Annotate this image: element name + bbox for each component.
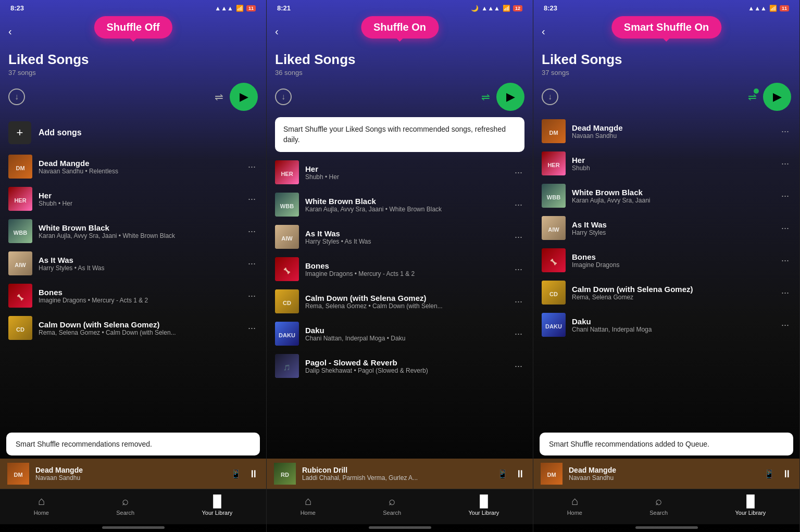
home-label: Home [34,510,49,516]
song-subtitle: Chani Nattan, Inderpal Moga [572,326,773,333]
search-label: Search [383,510,401,516]
song-item[interactable]: 🦴 Bones Imagine Dragons • Mercury - Acts… [0,280,266,312]
song-subtitle: Karan Aujla, Avvy Sra, Jaani [572,197,773,204]
shuffle-button[interactable]: ⇌ [215,91,223,103]
song-title: Pagol - Slowed & Reverb [305,358,506,367]
song-item[interactable]: 🦴 Bones Imagine Dragons ··· [533,244,799,276]
shuffle-button[interactable]: ⇌ [481,91,490,103]
nav-search[interactable]: ⌕ Search [383,495,401,516]
song-thumbnail: AIW [275,225,299,249]
download-button[interactable]: ↓ [542,88,558,105]
song-item[interactable]: WBB White Brown Black Karan Aujla, Avvy … [0,215,266,247]
svg-text:WBB: WBB [547,194,560,200]
add-songs-row[interactable]: + Add songs [0,115,266,150]
nav-library[interactable]: ▐▌ Your Library [468,495,499,516]
song-item[interactable]: HER Her Shubh ··· [533,147,799,180]
song-item[interactable]: CD Calm Down (with Selena Gomez) Rema, S… [533,276,799,309]
more-options-button[interactable]: ··· [512,199,524,210]
nav-home[interactable]: ⌂ Home [34,495,49,516]
more-options-button[interactable]: ··· [246,290,258,301]
now-playing-info: Dead Mangde Navaan Sandhu [35,466,224,482]
nav-library[interactable]: ▐▌ Your Library [735,495,766,516]
song-count: 36 songs [275,69,524,77]
more-options-button[interactable]: ··· [512,296,524,307]
more-options-button[interactable]: ··· [512,167,524,178]
pause-button[interactable]: ⏸ [515,468,526,480]
song-item[interactable]: WBB White Brown Black Karan Aujla, Avvy … [267,188,533,221]
more-options-button[interactable]: ··· [779,223,791,234]
song-title: Bones [572,252,773,261]
now-playing-bar[interactable]: DM Dead Mangde Navaan Sandhu 📱 ⏸ [0,459,266,489]
play-button[interactable]: ▶ [496,83,524,111]
home-icon: ⌂ [38,495,45,508]
song-item[interactable]: CD Calm Down (with Selena Gomez) Rema, S… [267,285,533,318]
song-subtitle: Shubh [572,164,773,172]
connect-icon[interactable]: 📱 [764,469,774,479]
nav-home[interactable]: ⌂ Home [567,495,582,516]
status-icons: 🌙 ▲▲▲ 📶 12 [471,5,522,12]
song-item[interactable]: DAKU Daku Chani Nattan, Inderpal Moga • … [267,318,533,350]
song-item[interactable]: HER Her Shubh • Her ··· [267,156,533,188]
song-subtitle: Imagine Dragons [572,261,773,269]
song-item[interactable]: CD Calm Down (with Selena Gomez) Rema, S… [0,312,266,344]
now-playing-thumbnail: DM [7,463,29,485]
song-item[interactable]: DM Dead Mangde Navaan Sandhu • Relentles… [0,150,266,183]
more-options-button[interactable]: ··· [779,158,791,169]
more-options-button[interactable]: ··· [246,323,258,334]
song-item[interactable]: 🎵 Pagol - Slowed & Reverb Dalip Shekhawa… [267,350,533,382]
song-item[interactable]: 🦴 Bones Imagine Dragons • Mercury - Acts… [267,253,533,285]
song-title: Dead Mangde [572,123,773,132]
more-options-button[interactable]: ··· [512,361,524,372]
song-info: Daku Chani Nattan, Inderpal Moga [572,317,773,333]
back-button[interactable]: ‹ [542,26,545,37]
svg-text:AIW: AIW [548,226,559,233]
back-button[interactable]: ‹ [8,26,12,37]
more-options-button[interactable]: ··· [246,226,258,237]
song-subtitle: Harry Styles • As It Was [305,238,506,245]
more-options-button[interactable]: ··· [779,255,791,266]
nav-search[interactable]: ⌕ Search [649,495,668,516]
song-item[interactable]: HER Her Shubh • Her ··· [0,183,266,215]
back-button[interactable]: ‹ [275,26,279,37]
song-item[interactable]: WBB White Brown Black Karan Aujla, Avvy … [533,180,799,212]
more-options-button[interactable]: ··· [779,320,791,331]
pause-button[interactable]: ⏸ [782,468,792,480]
nav-library[interactable]: ▐▌ Your Library [202,495,232,516]
nav-home[interactable]: ⌂ Home [301,495,316,516]
connect-icon[interactable]: 📱 [497,469,508,479]
more-options-button[interactable]: ··· [512,328,524,339]
song-item[interactable]: DM Dead Mangde Navaan Sandhu ··· [533,115,799,147]
svg-text:DM: DM [16,165,24,171]
song-item[interactable]: DAKU Daku Chani Nattan, Inderpal Moga ··… [533,309,799,341]
download-button[interactable]: ↓ [275,88,292,105]
svg-text:🎵: 🎵 [283,364,291,371]
more-options-button[interactable]: ··· [246,161,258,172]
song-item[interactable]: AIW As It Was Harry Styles • As It Was ·… [0,247,266,280]
library-label: Your Library [735,510,766,516]
more-options-button[interactable]: ··· [779,287,791,298]
svg-text:AIW: AIW [15,262,26,268]
pause-button[interactable]: ⏸ [248,468,259,480]
song-info: Bones Imagine Dragons • Mercury - Acts 1… [305,261,506,277]
song-item[interactable]: AIW As It Was Harry Styles • As It Was ·… [267,221,533,253]
more-options-button[interactable]: ··· [246,194,258,205]
more-options-button[interactable]: ··· [512,232,524,243]
now-playing-bar[interactable]: DM Dead Mangde Navaan Sandhu 📱 ⏸ [533,459,799,489]
download-button[interactable]: ↓ [8,88,25,105]
now-playing-bar[interactable]: RD Rubicon Drill Laddi Chahal, Parmish V… [267,459,533,489]
connect-icon[interactable]: 📱 [231,469,241,479]
play-button[interactable]: ▶ [763,83,791,111]
more-options-button[interactable]: ··· [512,264,524,275]
more-options-button[interactable]: ··· [779,191,791,201]
song-info: Calm Down (with Selena Gomez) Rema, Sele… [39,320,240,336]
play-button[interactable]: ▶ [230,83,258,111]
song-info: Dead Mangde Navaan Sandhu [572,123,773,140]
more-options-button[interactable]: ··· [246,258,258,269]
song-item[interactable]: AIW As It Was Harry Styles ··· [533,212,799,244]
now-playing-controls: 📱 ⏸ [231,468,259,480]
shuffle-button[interactable]: ⇌ ✦ [748,91,757,103]
nav-search[interactable]: ⌕ Search [116,495,134,516]
more-options-button[interactable]: ··· [779,126,791,137]
header-row: ‹ Smart Shuffle On [533,14,799,45]
bottom-nav: ⌂ Home ⌕ Search ▐▌ Your Library [267,489,533,524]
